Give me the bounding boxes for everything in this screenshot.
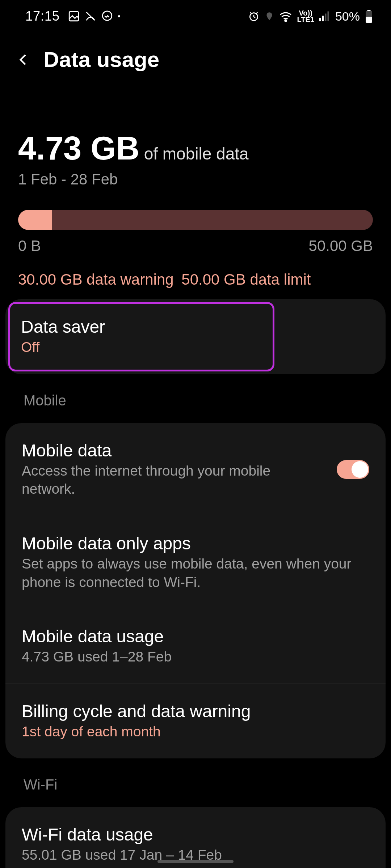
nav-handle[interactable] xyxy=(157,860,234,863)
mobile-data-title: Mobile data xyxy=(22,441,326,460)
signal-icon xyxy=(319,11,330,21)
mobile-data-usage-subtitle: 4.73 GB used 1–28 Feb xyxy=(22,648,358,666)
usage-bar: 0 B 50.00 GB 30.00 GB data warning 50.00… xyxy=(18,210,373,288)
mobile-data-only-apps-subtitle: Set apps to always use mobile data, even… xyxy=(22,555,358,591)
status-bar: 17:15 • Vo)) LTE1 50% xyxy=(0,0,391,33)
svg-rect-5 xyxy=(322,16,324,21)
usage-bar-fill xyxy=(18,210,52,230)
mobile-data-usage-row[interactable]: Mobile data usage 4.73 GB used 1–28 Feb xyxy=(5,609,386,684)
data-limit-text: 50.00 GB data limit xyxy=(181,271,311,288)
status-left: 17:15 • xyxy=(25,9,121,24)
usage-of-label: of mobile data xyxy=(144,144,249,163)
usage-bar-labels: 0 B 50.00 GB xyxy=(18,237,373,255)
data-saver-status: Off xyxy=(21,338,262,357)
alarm-icon xyxy=(248,10,260,22)
section-wifi-label: Wi-Fi xyxy=(0,758,391,796)
chevron-left-icon xyxy=(16,52,31,67)
wifi-data-usage-title: Wi-Fi data usage xyxy=(22,825,358,844)
back-button[interactable] xyxy=(14,51,33,69)
mobile-data-only-apps-row[interactable]: Mobile data only apps Set apps to always… xyxy=(5,516,386,609)
missed-call-icon xyxy=(84,10,97,22)
battery-icon xyxy=(365,10,373,23)
usage-bar-track xyxy=(18,210,373,230)
billing-cycle-row[interactable]: Billing cycle and data warning 1st day o… xyxy=(5,684,386,758)
usage-limits-text: 30.00 GB data warning 50.00 GB data limi… xyxy=(18,271,373,288)
usage-summary: 4.73 GB of mobile data 1 Feb - 28 Feb 0 … xyxy=(0,94,391,288)
svg-rect-10 xyxy=(366,17,372,23)
wifi-data-usage-row[interactable]: Wi-Fi data usage 55.01 GB used 17 Jan – … xyxy=(5,807,386,868)
svg-point-3 xyxy=(285,20,286,22)
summary-line: 4.73 GB of mobile data xyxy=(18,130,373,167)
svg-rect-4 xyxy=(319,18,321,21)
status-right: Vo)) LTE1 50% xyxy=(248,9,373,24)
svg-rect-6 xyxy=(325,14,327,21)
usage-min-label: 0 B xyxy=(18,237,41,255)
data-saver-title: Data saver xyxy=(21,317,262,337)
billing-cycle-subtitle: 1st day of each month xyxy=(22,723,358,741)
data-saver-highlight: Data saver Off xyxy=(8,302,274,371)
wifi-section-card: Wi-Fi data usage 55.01 GB used 17 Jan – … xyxy=(5,807,386,868)
mobile-data-row[interactable]: Mobile data Access the internet through … xyxy=(5,423,386,516)
dot-icon: • xyxy=(118,12,121,21)
page-header: Data usage xyxy=(0,33,391,94)
usage-amount: 4.73 GB xyxy=(18,130,139,166)
mobile-data-subtitle: Access the internet through your mobile … xyxy=(22,462,326,498)
svg-rect-8 xyxy=(367,10,371,11)
mobile-data-toggle[interactable] xyxy=(337,460,369,479)
status-time: 17:15 xyxy=(25,9,60,24)
usage-date-range: 1 Feb - 28 Feb xyxy=(18,171,373,188)
mobile-data-usage-title: Mobile data usage xyxy=(22,626,358,646)
billing-cycle-title: Billing cycle and data warning xyxy=(22,701,358,721)
svg-rect-7 xyxy=(327,12,329,21)
image-icon xyxy=(68,10,80,22)
mobile-data-only-apps-title: Mobile data only apps xyxy=(22,533,358,553)
section-mobile-label: Mobile xyxy=(0,374,391,412)
location-icon xyxy=(265,11,274,22)
battery-percent: 50% xyxy=(335,9,360,24)
toggle-knob xyxy=(352,461,368,478)
messenger-icon xyxy=(101,10,113,22)
usage-max-label: 50.00 GB xyxy=(309,237,373,255)
mobile-section-card: Mobile data Access the internet through … xyxy=(5,423,386,758)
data-warning-text: 30.00 GB data warning xyxy=(18,271,174,288)
wifi-icon xyxy=(279,11,292,22)
page-title: Data usage xyxy=(43,47,159,72)
data-saver-card[interactable]: Data saver Off xyxy=(5,299,386,374)
network-type-label: Vo)) LTE1 xyxy=(297,10,314,23)
